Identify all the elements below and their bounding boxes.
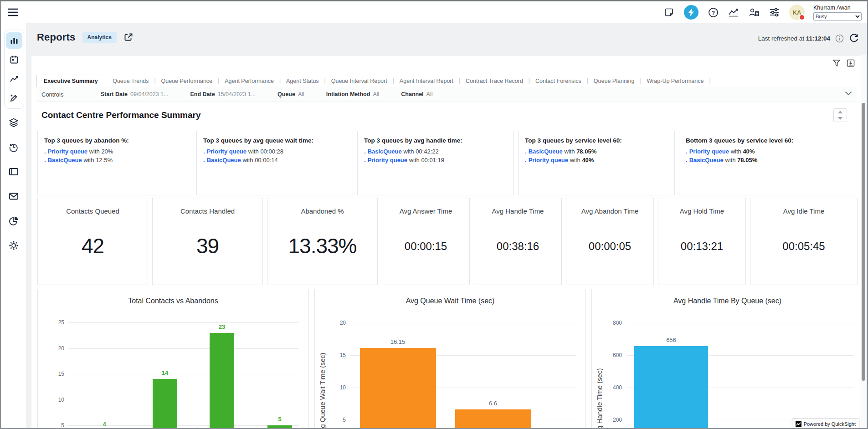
design-brush-icon <box>10 93 19 102</box>
chevron-down-icon[interactable] <box>845 91 852 96</box>
info-icon[interactable] <box>835 34 844 43</box>
tab-queue-planning[interactable]: Queue Planning <box>589 75 640 87</box>
sidebar-item-pie[interactable] <box>5 213 22 229</box>
insight-item: .BasicQueue with 00:00:14 <box>203 156 346 164</box>
agents-icon[interactable] <box>748 6 760 18</box>
chart-title: Avg Queue Wait Time (sec) <box>315 297 586 305</box>
user-name: Khurram Awan <box>813 5 851 11</box>
chart-bar[interactable] <box>455 409 531 429</box>
queue-link[interactable]: Priority queue <box>207 148 247 155</box>
sidebar-item-mail[interactable] <box>5 188 22 204</box>
kpi-value: 42 <box>38 234 148 258</box>
control-filter-value: All <box>298 91 304 97</box>
window-icon <box>9 167 19 176</box>
queue-link[interactable]: Priority queue <box>48 148 87 155</box>
sidebar-item-workspace[interactable] <box>5 163 22 180</box>
export-icon[interactable] <box>847 59 855 67</box>
tab-wrap-up-performance[interactable]: Wrap-Up Performance <box>642 75 709 87</box>
gridline <box>68 400 298 400</box>
tab-agent-interval-report[interactable]: Agent Interval Report <box>395 75 458 87</box>
y-tick-label: 5 <box>315 417 346 423</box>
tab-contact-forensics[interactable]: Contact Forensics <box>530 75 586 87</box>
filter-funnel-icon[interactable] <box>832 59 841 67</box>
sidebar-item-settings[interactable] <box>5 237 22 254</box>
insight-card-title: Top 3 queues by abandon %: <box>44 137 185 144</box>
filter-sliders-icon[interactable] <box>769 6 781 18</box>
insight-item: .Priority queue with 00:00:28 <box>203 147 346 156</box>
insight-value: 20% <box>101 148 113 155</box>
sheet-spinner <box>833 108 847 122</box>
control-filter-channel[interactable]: ChannelAll <box>401 91 432 97</box>
kpi-card-avg-handle-time: Avg Handle Time00:38:16 <box>474 198 562 285</box>
hamburger-menu-icon[interactable] <box>7 7 19 18</box>
bar-data-label: 5 <box>262 416 298 423</box>
kpi-value: 00:05:45 <box>750 240 857 253</box>
panel-tools <box>832 59 855 67</box>
refresh-icon[interactable] <box>849 33 859 43</box>
queue-link[interactable]: Priority queue <box>529 157 568 163</box>
chart-bar[interactable] <box>153 379 177 429</box>
gridline <box>68 322 298 323</box>
help-icon[interactable]: ? <box>707 6 719 18</box>
compose-note-icon[interactable] <box>663 6 675 18</box>
sidebar-item-layers[interactable] <box>5 114 22 131</box>
control-filter-value: All <box>373 91 379 97</box>
insight-card: Bottom 3 queues by service level 60:.Pri… <box>679 131 856 195</box>
spinner-up-icon[interactable] <box>834 109 847 115</box>
bullet-dot: . <box>686 148 688 155</box>
charts-row: Total Contacts vs Abandons 2520151054143… <box>37 289 863 429</box>
y-tick-label: 15 <box>38 371 64 377</box>
external-link-icon[interactable] <box>123 32 134 42</box>
queue-link[interactable]: BasicQueue <box>207 157 241 163</box>
queue-link[interactable]: BasicQueue <box>529 148 563 155</box>
chart-bar[interactable] <box>360 348 436 429</box>
spinner-down-icon[interactable] <box>834 115 847 122</box>
tab-contract-trace-record[interactable]: Contract Trace Record <box>461 75 528 87</box>
insight-value: 78.05% <box>737 157 757 163</box>
user-block: Khurram Awan Busy <box>813 5 863 20</box>
y-tick-label: 800 <box>592 320 622 326</box>
vertical-scrollbar[interactable] <box>861 55 866 428</box>
sidebar-item-metrics[interactable] <box>6 71 22 87</box>
chart-bar[interactable] <box>634 346 708 429</box>
scrollbar-thumb[interactable] <box>862 103 865 381</box>
flash-insights-icon[interactable] <box>684 5 699 20</box>
y-tick-label: 20 <box>38 345 64 352</box>
control-filter-queue[interactable]: QueueAll <box>277 91 304 97</box>
tab-agent-status[interactable]: Agent Status <box>281 75 324 87</box>
busy-status-dot <box>799 14 805 20</box>
queue-link[interactable]: BasicQueue <box>689 157 724 163</box>
insight-value: 12.5% <box>96 157 113 163</box>
user-avatar[interactable]: KA <box>789 5 805 20</box>
analytics-badge: Analytics <box>82 32 117 43</box>
control-filter-start-date[interactable]: Start Date09/04/2023 1... <box>101 91 168 97</box>
tab-queue-performance[interactable]: Queue Performance <box>156 75 218 87</box>
analytics-line-icon[interactable] <box>728 6 740 18</box>
sidebar-item-design[interactable] <box>6 90 22 106</box>
tab-agent-performance[interactable]: Agent Performance <box>220 75 279 87</box>
control-filter-label: Start Date <box>101 91 128 97</box>
bar-data-label: 6.6 <box>475 400 511 407</box>
bullet-dot: . <box>44 148 46 155</box>
sidebar-item-calendar[interactable] <box>6 51 22 68</box>
insight-value: 00:00:28 <box>260 148 283 155</box>
calendar-icon <box>10 55 19 64</box>
queue-link[interactable]: BasicQueue <box>368 148 402 155</box>
kpi-card-avg-idle-time: Avg Idle Time00:05:45 <box>750 198 858 285</box>
sidebar-item-history[interactable] <box>5 139 22 155</box>
kpi-label: Avg Answer Time <box>382 207 469 215</box>
sidebar-item-reports[interactable] <box>6 32 22 49</box>
status-select[interactable]: Busy <box>813 12 862 20</box>
tab-queue-interval-report[interactable]: Queue Interval Report <box>326 75 392 87</box>
tab-queue-trends[interactable]: Queue Trends <box>108 75 154 87</box>
control-filter-intiation-method[interactable]: Intiation MethodAll <box>326 91 379 97</box>
controls-label: Controls <box>41 91 101 98</box>
queue-link[interactable]: Priority queue <box>689 148 729 155</box>
chart-bar[interactable] <box>267 425 292 429</box>
queue-link[interactable]: BasicQueue <box>48 157 82 163</box>
chart-bar[interactable] <box>210 333 234 429</box>
control-filter-end-date[interactable]: End Date15/04/2023 1... <box>190 91 256 97</box>
tab-executive-summary[interactable]: Executive Summary <box>36 75 105 87</box>
insight-connector: with <box>247 148 260 155</box>
queue-link[interactable]: Priority queue <box>368 157 407 163</box>
